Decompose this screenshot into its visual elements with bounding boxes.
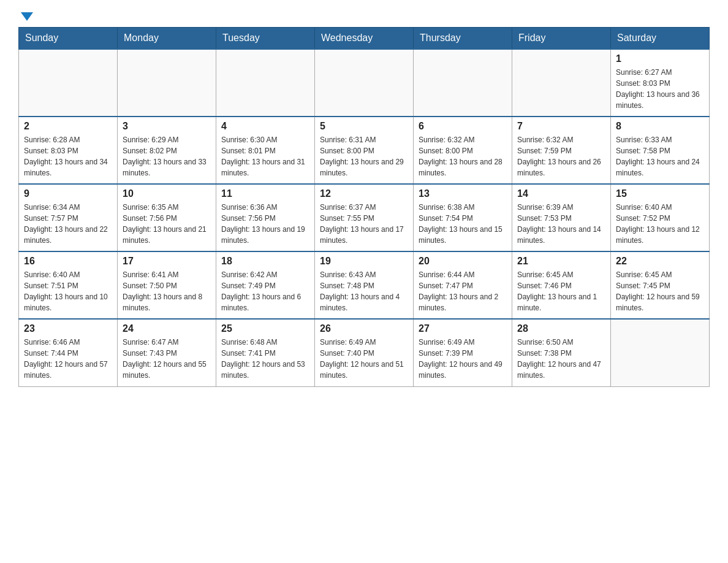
weekday-header-monday: Monday — [118, 28, 216, 50]
day-number: 3 — [123, 121, 211, 132]
calendar-table: SundayMondayTuesdayWednesdayThursdayFrid… — [18, 27, 710, 387]
calendar-cell: 22Sunrise: 6:45 AM Sunset: 7:45 PM Dayli… — [611, 251, 710, 319]
calendar-cell: 23Sunrise: 6:46 AM Sunset: 7:44 PM Dayli… — [19, 319, 118, 386]
weekday-header-saturday: Saturday — [611, 28, 710, 50]
day-number: 9 — [24, 188, 112, 199]
day-info: Sunrise: 6:50 AM Sunset: 7:38 PM Dayligh… — [517, 337, 605, 381]
day-number: 22 — [616, 256, 704, 267]
day-number: 25 — [221, 323, 309, 334]
weekday-header-sunday: Sunday — [19, 28, 118, 50]
calendar-cell — [414, 49, 512, 117]
day-info: Sunrise: 6:32 AM Sunset: 8:00 PM Dayligh… — [419, 134, 507, 178]
week-row-2: 9Sunrise: 6:34 AM Sunset: 7:57 PM Daylig… — [19, 184, 710, 251]
day-info: Sunrise: 6:49 AM Sunset: 7:39 PM Dayligh… — [419, 337, 507, 381]
calendar-cell — [512, 49, 611, 117]
day-info: Sunrise: 6:36 AM Sunset: 7:56 PM Dayligh… — [221, 202, 309, 246]
day-number: 28 — [517, 323, 605, 334]
calendar-cell — [118, 49, 216, 117]
day-info: Sunrise: 6:32 AM Sunset: 7:59 PM Dayligh… — [517, 134, 605, 178]
day-number: 23 — [24, 323, 112, 334]
day-info: Sunrise: 6:40 AM Sunset: 7:52 PM Dayligh… — [616, 202, 704, 246]
day-number: 21 — [517, 256, 605, 267]
day-info: Sunrise: 6:33 AM Sunset: 7:58 PM Dayligh… — [616, 134, 704, 178]
calendar-cell: 1Sunrise: 6:27 AM Sunset: 8:03 PM Daylig… — [611, 49, 710, 117]
day-number: 6 — [419, 121, 507, 132]
calendar-cell: 26Sunrise: 6:49 AM Sunset: 7:40 PM Dayli… — [315, 319, 414, 386]
calendar-cell: 17Sunrise: 6:41 AM Sunset: 7:50 PM Dayli… — [118, 251, 216, 319]
day-number: 7 — [517, 121, 605, 132]
calendar-cell: 8Sunrise: 6:33 AM Sunset: 7:58 PM Daylig… — [611, 117, 710, 184]
day-number: 19 — [320, 256, 408, 267]
day-info: Sunrise: 6:48 AM Sunset: 7:41 PM Dayligh… — [221, 337, 309, 381]
calendar-cell: 15Sunrise: 6:40 AM Sunset: 7:52 PM Dayli… — [611, 184, 710, 251]
weekday-header-row: SundayMondayTuesdayWednesdayThursdayFrid… — [19, 28, 710, 50]
calendar-cell: 27Sunrise: 6:49 AM Sunset: 7:39 PM Dayli… — [414, 319, 512, 386]
day-number: 8 — [616, 121, 704, 132]
day-info: Sunrise: 6:47 AM Sunset: 7:43 PM Dayligh… — [123, 337, 211, 381]
day-number: 12 — [320, 188, 408, 199]
calendar-cell: 10Sunrise: 6:35 AM Sunset: 7:56 PM Dayli… — [118, 184, 216, 251]
day-info: Sunrise: 6:27 AM Sunset: 8:03 PM Dayligh… — [616, 67, 704, 111]
day-info: Sunrise: 6:38 AM Sunset: 7:54 PM Dayligh… — [419, 202, 507, 246]
week-row-1: 2Sunrise: 6:28 AM Sunset: 8:03 PM Daylig… — [19, 117, 710, 184]
logo-triangle-icon — [21, 12, 33, 21]
day-info: Sunrise: 6:39 AM Sunset: 7:53 PM Dayligh… — [517, 202, 605, 246]
day-info: Sunrise: 6:43 AM Sunset: 7:48 PM Dayligh… — [320, 269, 408, 313]
day-info: Sunrise: 6:46 AM Sunset: 7:44 PM Dayligh… — [24, 337, 112, 381]
calendar-cell: 6Sunrise: 6:32 AM Sunset: 8:00 PM Daylig… — [414, 117, 512, 184]
day-info: Sunrise: 6:37 AM Sunset: 7:55 PM Dayligh… — [320, 202, 408, 246]
calendar-cell: 12Sunrise: 6:37 AM Sunset: 7:55 PM Dayli… — [315, 184, 414, 251]
day-number: 27 — [419, 323, 507, 334]
calendar-cell: 20Sunrise: 6:44 AM Sunset: 7:47 PM Dayli… — [414, 251, 512, 319]
day-number: 14 — [517, 188, 605, 199]
day-number: 2 — [24, 121, 112, 132]
calendar-cell: 4Sunrise: 6:30 AM Sunset: 8:01 PM Daylig… — [216, 117, 315, 184]
calendar-cell: 2Sunrise: 6:28 AM Sunset: 8:03 PM Daylig… — [19, 117, 118, 184]
day-info: Sunrise: 6:35 AM Sunset: 7:56 PM Dayligh… — [123, 202, 211, 246]
day-number: 18 — [221, 256, 309, 267]
day-info: Sunrise: 6:44 AM Sunset: 7:47 PM Dayligh… — [419, 269, 507, 313]
calendar-cell — [216, 49, 315, 117]
calendar-cell — [315, 49, 414, 117]
day-info: Sunrise: 6:45 AM Sunset: 7:45 PM Dayligh… — [616, 269, 704, 313]
week-row-3: 16Sunrise: 6:40 AM Sunset: 7:51 PM Dayli… — [19, 251, 710, 319]
day-info: Sunrise: 6:49 AM Sunset: 7:40 PM Dayligh… — [320, 337, 408, 381]
calendar-cell: 14Sunrise: 6:39 AM Sunset: 7:53 PM Dayli… — [512, 184, 611, 251]
day-number: 11 — [221, 188, 309, 199]
weekday-header-tuesday: Tuesday — [216, 28, 315, 50]
calendar-cell: 21Sunrise: 6:45 AM Sunset: 7:46 PM Dayli… — [512, 251, 611, 319]
calendar-cell: 7Sunrise: 6:32 AM Sunset: 7:59 PM Daylig… — [512, 117, 611, 184]
calendar-cell: 24Sunrise: 6:47 AM Sunset: 7:43 PM Dayli… — [118, 319, 216, 386]
day-info: Sunrise: 6:41 AM Sunset: 7:50 PM Dayligh… — [123, 269, 211, 313]
day-number: 20 — [419, 256, 507, 267]
day-info: Sunrise: 6:31 AM Sunset: 8:00 PM Dayligh… — [320, 134, 408, 178]
calendar-cell: 3Sunrise: 6:29 AM Sunset: 8:02 PM Daylig… — [118, 117, 216, 184]
calendar-cell: 28Sunrise: 6:50 AM Sunset: 7:38 PM Dayli… — [512, 319, 611, 386]
calendar-cell: 5Sunrise: 6:31 AM Sunset: 8:00 PM Daylig… — [315, 117, 414, 184]
day-number: 1 — [616, 53, 704, 64]
weekday-header-wednesday: Wednesday — [315, 28, 414, 50]
calendar-cell: 18Sunrise: 6:42 AM Sunset: 7:49 PM Dayli… — [216, 251, 315, 319]
weekday-header-thursday: Thursday — [414, 28, 512, 50]
page-header — [18, 12, 710, 21]
day-number: 15 — [616, 188, 704, 199]
calendar-cell: 16Sunrise: 6:40 AM Sunset: 7:51 PM Dayli… — [19, 251, 118, 319]
day-info: Sunrise: 6:45 AM Sunset: 7:46 PM Dayligh… — [517, 269, 605, 313]
day-number: 13 — [419, 188, 507, 199]
day-info: Sunrise: 6:29 AM Sunset: 8:02 PM Dayligh… — [123, 134, 211, 178]
day-number: 10 — [123, 188, 211, 199]
day-number: 24 — [123, 323, 211, 334]
day-info: Sunrise: 6:34 AM Sunset: 7:57 PM Dayligh… — [24, 202, 112, 246]
calendar-cell — [19, 49, 118, 117]
day-number: 4 — [221, 121, 309, 132]
day-info: Sunrise: 6:30 AM Sunset: 8:01 PM Dayligh… — [221, 134, 309, 178]
calendar-cell: 11Sunrise: 6:36 AM Sunset: 7:56 PM Dayli… — [216, 184, 315, 251]
calendar-cell: 9Sunrise: 6:34 AM Sunset: 7:57 PM Daylig… — [19, 184, 118, 251]
day-number: 5 — [320, 121, 408, 132]
calendar-cell: 13Sunrise: 6:38 AM Sunset: 7:54 PM Dayli… — [414, 184, 512, 251]
week-row-0: 1Sunrise: 6:27 AM Sunset: 8:03 PM Daylig… — [19, 49, 710, 117]
day-number: 16 — [24, 256, 112, 267]
day-number: 17 — [123, 256, 211, 267]
day-info: Sunrise: 6:40 AM Sunset: 7:51 PM Dayligh… — [24, 269, 112, 313]
calendar-cell: 19Sunrise: 6:43 AM Sunset: 7:48 PM Dayli… — [315, 251, 414, 319]
